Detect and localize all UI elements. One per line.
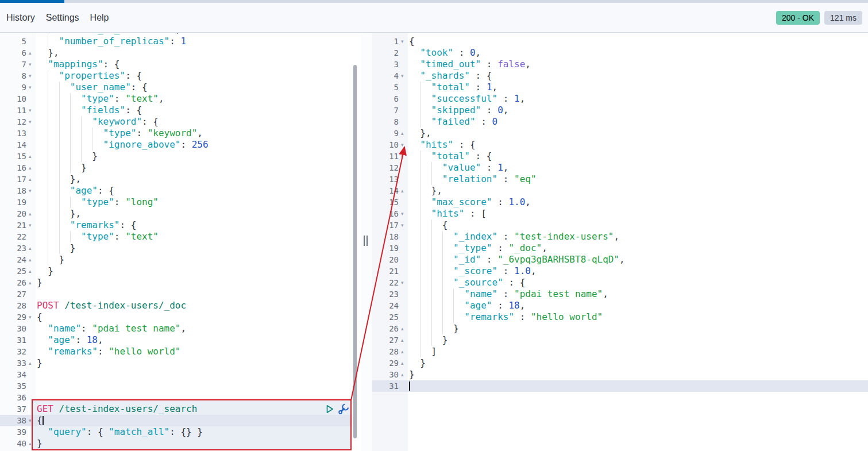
fold-toggle-icon[interactable]: ▾	[26, 415, 37, 426]
response-line-27[interactable]: 27▴}	[372, 334, 868, 346]
fold-toggle-icon[interactable]: ▴	[26, 151, 37, 162]
request-line-26[interactable]: 26▴}	[0, 277, 352, 288]
fold-toggle-icon[interactable]: ▴	[399, 369, 409, 380]
fold-toggle-icon[interactable]: ▾	[399, 139, 409, 151]
request-line-19[interactable]: 19"type": "long"	[0, 196, 352, 208]
menu-item-help[interactable]: Help	[90, 13, 109, 23]
request-editor-scrollbar[interactable]	[353, 65, 357, 438]
response-line-10[interactable]: 10▾"hits" : {	[372, 139, 868, 151]
response-line-13[interactable]: 13"relation" : "eq"	[372, 174, 868, 185]
request-options-button[interactable]	[337, 403, 348, 413]
response-line-21[interactable]: 21"_score" : 1.0,	[372, 265, 868, 277]
response-line-4[interactable]: 4▾"_shards" : {	[372, 70, 868, 82]
fold-toggle-icon[interactable]: ▴	[26, 277, 37, 288]
fold-toggle-icon[interactable]: ▴	[26, 254, 37, 265]
request-line-12[interactable]: 12▾"keyword": {	[0, 116, 352, 128]
response-line-26[interactable]: 26▴}	[372, 323, 868, 334]
menu-item-history[interactable]: History	[6, 13, 35, 23]
response-line-19[interactable]: 19"_type" : "_doc",	[372, 242, 868, 254]
response-line-8[interactable]: 8"failed" : 0	[372, 116, 868, 128]
response-line-31[interactable]: 31	[372, 380, 868, 392]
request-line-18[interactable]: 18▾"age": {	[0, 185, 352, 196]
request-line-8[interactable]: 8▾"properties": {	[0, 70, 352, 82]
response-line-23[interactable]: 23"name" : "pdai test name",	[372, 288, 868, 300]
fold-toggle-icon[interactable]: ▴	[399, 346, 409, 357]
fold-toggle-icon[interactable]: ▴	[399, 185, 409, 196]
fold-toggle-icon[interactable]: ▾	[26, 311, 37, 323]
fold-toggle-icon[interactable]: ▴	[26, 438, 37, 449]
response-line-3[interactable]: 3"timed_out" : false,	[372, 59, 868, 70]
request-line-30[interactable]: 30"name": "pdai test name",	[0, 323, 352, 334]
response-line-11[interactable]: 11▾"total" : {	[372, 151, 868, 162]
request-line-11[interactable]: 11▾"fields": {	[0, 105, 352, 116]
request-line-16[interactable]: 16▴}	[0, 162, 352, 174]
fold-toggle-icon[interactable]: ▴	[26, 357, 37, 369]
request-line-38[interactable]: 38▾{	[0, 415, 352, 426]
divider-drag-handle[interactable]	[362, 236, 369, 246]
request-line-33[interactable]: 33▴}	[0, 357, 352, 369]
request-line-23[interactable]: 23▴}	[0, 242, 352, 254]
fold-toggle-icon[interactable]: ▾	[26, 70, 37, 82]
response-line-2[interactable]: 2"took" : 0,	[372, 47, 868, 59]
response-line-5[interactable]: 5"total" : 1,	[372, 82, 868, 93]
request-line-34[interactable]: 34	[0, 369, 352, 380]
fold-toggle-icon[interactable]: ▾	[26, 105, 37, 116]
request-line-17[interactable]: 17▴},	[0, 174, 352, 185]
request-line-40[interactable]: 40▴}	[0, 438, 352, 449]
request-line-7[interactable]: 7▾"mappings": {	[0, 59, 352, 70]
fold-toggle-icon[interactable]: ▾	[26, 82, 37, 93]
request-line-27[interactable]: 27	[0, 288, 352, 300]
request-line-20[interactable]: 20▴},	[0, 208, 352, 219]
response-line-16[interactable]: 16▾"hits" : [	[372, 208, 868, 219]
request-line-14[interactable]: 14"ignore_above": 256	[0, 139, 352, 151]
request-line-39[interactable]: 39"query": { "match_all": {} }	[0, 426, 352, 438]
fold-toggle-icon[interactable]: ▴	[399, 334, 409, 346]
response-line-22[interactable]: 22▾"_source" : {	[372, 277, 868, 288]
fold-toggle-icon[interactable]: ▴	[399, 323, 409, 334]
request-line-37[interactable]: 37GET /test-index-users/_search	[0, 403, 352, 415]
response-line-1[interactable]: 1▾{	[372, 36, 868, 47]
response-line-25[interactable]: 25"remarks" : "hello world"	[372, 311, 868, 323]
response-line-29[interactable]: 29▴}	[372, 357, 868, 369]
fold-toggle-icon[interactable]: ▴	[26, 242, 37, 254]
menu-item-settings[interactable]: Settings	[46, 13, 79, 23]
fold-toggle-icon[interactable]: ▾	[399, 208, 409, 219]
request-line-29[interactable]: 29▾{	[0, 311, 352, 323]
fold-toggle-icon[interactable]: ▾	[399, 70, 409, 82]
request-line-22[interactable]: 22"type": "text"	[0, 231, 352, 242]
request-line-25[interactable]: 25▴}	[0, 265, 352, 277]
request-line-28[interactable]: 28POST /test-index-users/_doc	[0, 300, 352, 311]
request-line-24[interactable]: 24▴}	[0, 254, 352, 265]
response-line-28[interactable]: 28▴]	[372, 346, 868, 357]
response-line-6[interactable]: 6"successful" : 1,	[372, 93, 868, 105]
request-line-21[interactable]: 21▾"remarks": {	[0, 219, 352, 231]
response-line-15[interactable]: 15"max_score" : 1.0,	[372, 196, 868, 208]
fold-toggle-icon[interactable]: ▾	[399, 36, 409, 47]
response-line-18[interactable]: 18"_index" : "test-index-users",	[372, 231, 868, 242]
request-line-31[interactable]: 31"age": 18,	[0, 334, 352, 346]
request-line-10[interactable]: 10"type": "text",	[0, 93, 352, 105]
request-line-32[interactable]: 32"remarks": "hello world"	[0, 346, 352, 357]
fold-toggle-icon[interactable]: ▴	[26, 47, 37, 59]
fold-toggle-icon[interactable]: ▾	[26, 116, 37, 128]
response-line-12[interactable]: 12"value" : 1,	[372, 162, 868, 174]
panel-divider[interactable]	[361, 33, 372, 451]
request-line-36[interactable]: 36	[0, 392, 352, 403]
fold-toggle-icon[interactable]: ▾	[26, 185, 37, 196]
fold-toggle-icon[interactable]: ▾	[399, 151, 409, 162]
send-request-button[interactable]	[325, 404, 335, 414]
fold-toggle-icon[interactable]: ▴	[26, 265, 37, 277]
response-editor[interactable]: 1▾{2"took" : 0,3"timed_out" : false,4▾"_…	[372, 33, 868, 451]
request-editor[interactable]: 4"number_of_shards": 1,5"number_of_repli…	[0, 33, 361, 451]
response-line-14[interactable]: 14▴},	[372, 185, 868, 196]
fold-toggle-icon[interactable]: ▾	[26, 59, 37, 70]
fold-toggle-icon[interactable]: ▾	[26, 219, 37, 231]
fold-toggle-icon[interactable]: ▴	[26, 162, 37, 174]
response-line-20[interactable]: 20"_id" : "_6vpq3gBARHSBT8-qLqD",	[372, 254, 868, 265]
request-line-6[interactable]: 6▴},	[0, 47, 352, 59]
request-line-5[interactable]: 5"number_of_replicas": 1	[0, 36, 352, 47]
request-line-9[interactable]: 9▾"user_name": {	[0, 82, 352, 93]
response-line-30[interactable]: 30▴}	[372, 369, 868, 380]
fold-toggle-icon[interactable]: ▴	[399, 128, 409, 139]
fold-toggle-icon[interactable]: ▾	[399, 277, 409, 288]
